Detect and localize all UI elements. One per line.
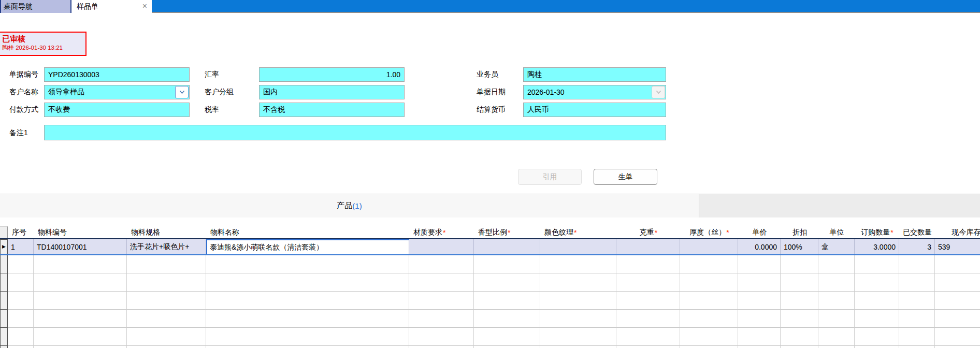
row-selector-header[interactable] (0, 226, 8, 238)
grid-cell[interactable] (127, 255, 206, 273)
grid-cell[interactable] (616, 239, 680, 254)
payment-method-field[interactable]: 不收费 (44, 103, 190, 117)
grid-cell[interactable] (34, 273, 127, 292)
grid-cell[interactable] (8, 328, 34, 346)
column-header[interactable]: 物料规格 (127, 226, 206, 238)
grid-cell[interactable] (474, 328, 540, 346)
column-header[interactable]: 现今库存 (935, 226, 980, 238)
grid-cell[interactable] (540, 292, 616, 310)
grid-cell[interactable] (34, 346, 127, 348)
grid-cell[interactable] (899, 255, 935, 273)
grid-cell[interactable] (409, 328, 474, 346)
customer-name-combobox[interactable]: 领导拿样品 (44, 85, 190, 99)
grid-cell[interactable] (474, 346, 540, 348)
column-header[interactable]: 香型比例* (474, 226, 540, 238)
table-row[interactable] (0, 255, 980, 273)
grid-cell[interactable]: 0.0000 (738, 239, 781, 254)
column-header[interactable]: 序号 (8, 226, 34, 238)
grid-cell[interactable] (409, 273, 474, 292)
grid-cell[interactable] (474, 292, 540, 310)
grid-cell[interactable] (8, 273, 34, 292)
grid-cell[interactable] (818, 310, 855, 328)
close-icon[interactable]: × (142, 1, 147, 11)
grid-cell[interactable]: 洗手花片+吸色片+ (127, 239, 206, 254)
grid-cell[interactable] (206, 273, 409, 292)
table-row[interactable]: ▶1TD1400107001洗手花片+吸色片+泰迪熊&涤小萌联名款（清洁套装）0… (0, 239, 980, 255)
row-selector[interactable] (0, 273, 8, 292)
grid-cell[interactable] (409, 310, 474, 328)
grid-cell[interactable] (474, 255, 540, 273)
tab-desktop-navigation[interactable]: 桌面导航 (0, 0, 70, 13)
customer-group-field[interactable]: 国内 (259, 85, 405, 99)
grid-cell[interactable] (818, 292, 855, 310)
grid-cell[interactable] (680, 310, 738, 328)
grid-cell[interactable] (409, 239, 474, 254)
grid-cell[interactable] (206, 346, 409, 348)
remark1-field[interactable] (44, 125, 666, 140)
grid-cell[interactable] (127, 346, 206, 348)
grid-cell[interactable] (899, 292, 935, 310)
grid-cell[interactable] (855, 310, 899, 328)
grid-cell[interactable] (540, 273, 616, 292)
grid-cell[interactable] (127, 273, 206, 292)
tab-products[interactable]: 产品(1) (0, 194, 699, 218)
column-header[interactable]: 订购数量* (855, 226, 899, 238)
grid-cell[interactable] (206, 328, 409, 346)
grid-cell[interactable] (781, 273, 818, 292)
grid-cell[interactable] (781, 292, 818, 310)
grid-cell[interactable] (855, 273, 899, 292)
column-header[interactable]: 单价 (738, 226, 781, 238)
grid-cell[interactable]: 3 (899, 239, 935, 254)
row-selector[interactable]: ▶ (0, 239, 8, 254)
grid-cell[interactable] (738, 255, 781, 273)
grid-cell[interactable] (127, 292, 206, 310)
salesperson-field[interactable]: 陶桂 (523, 67, 666, 82)
table-row[interactable] (0, 310, 980, 328)
grid-cell[interactable] (781, 310, 818, 328)
grid-cell[interactable] (616, 292, 680, 310)
doc-no-field[interactable]: YPD260130003 (44, 67, 190, 82)
grid-cell[interactable] (680, 255, 738, 273)
grid-cell[interactable] (34, 328, 127, 346)
grid-cell[interactable] (818, 328, 855, 346)
grid-cell[interactable]: 539 (935, 239, 980, 254)
column-header[interactable]: 单位 (818, 226, 855, 238)
grid-cell[interactable] (474, 239, 540, 254)
column-header[interactable]: 材质要求* (409, 226, 474, 238)
grid-cell[interactable] (738, 328, 781, 346)
grid-cell[interactable] (206, 292, 409, 310)
grid-cell[interactable] (409, 346, 474, 348)
grid-cell[interactable] (206, 255, 409, 273)
grid-cell[interactable] (855, 255, 899, 273)
grid-cell[interactable] (935, 292, 980, 310)
grid-cell[interactable] (781, 346, 818, 348)
grid-cell[interactable] (616, 310, 680, 328)
grid-cell[interactable] (818, 273, 855, 292)
grid-cell[interactable] (8, 310, 34, 328)
grid-cell[interactable]: 3.0000 (855, 239, 899, 254)
column-header[interactable]: 物料名称 (206, 226, 409, 238)
grid-cell[interactable]: 泰迪熊&涤小萌联名款（清洁套装） (206, 239, 409, 254)
grid-cell[interactable] (34, 255, 127, 273)
column-header[interactable]: 折扣 (781, 226, 818, 238)
table-row[interactable] (0, 273, 980, 292)
grid-cell[interactable] (474, 273, 540, 292)
grid-cell[interactable] (738, 310, 781, 328)
grid-cell[interactable] (781, 328, 818, 346)
dropdown-button[interactable] (175, 86, 189, 98)
table-row[interactable] (0, 292, 980, 310)
row-selector[interactable] (0, 346, 8, 348)
grid-cell[interactable] (899, 346, 935, 348)
grid-cell[interactable]: TD1400107001 (34, 239, 127, 254)
grid-cell[interactable] (127, 328, 206, 346)
grid-cell[interactable] (935, 255, 980, 273)
grid-cell[interactable] (540, 239, 616, 254)
grid-cell[interactable] (540, 328, 616, 346)
grid-cell[interactable] (616, 328, 680, 346)
table-row[interactable] (0, 346, 980, 348)
grid-cell[interactable] (616, 255, 680, 273)
column-header[interactable]: 厚度（丝）* (680, 226, 738, 238)
row-selector[interactable] (0, 328, 8, 346)
grid-cell[interactable] (680, 273, 738, 292)
exchange-rate-field[interactable]: 1.00 (259, 67, 405, 82)
